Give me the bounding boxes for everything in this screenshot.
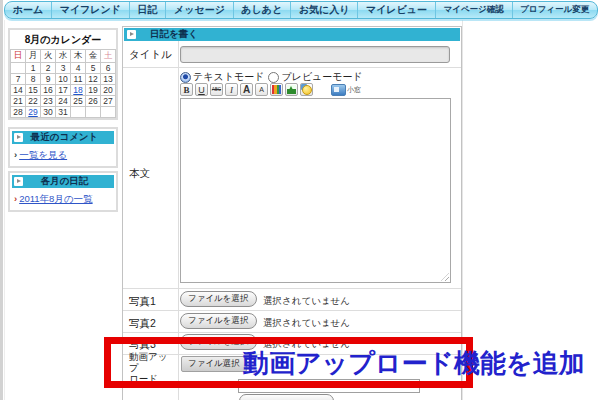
calendar-weekday: 木: [71, 50, 86, 63]
row-divider: [123, 67, 461, 68]
nav-tab-9[interactable]: プロフィール変更: [513, 2, 597, 18]
calendar-day-link[interactable]: 29: [28, 107, 37, 117]
title-label: タイトル: [129, 48, 172, 62]
small-window-button[interactable]: 小窓: [331, 84, 361, 96]
recent-comments-title: 最近のコメント: [25, 131, 114, 144]
calendar-day-cell: 30: [41, 107, 56, 118]
calendar-day-cell: 3: [56, 63, 71, 74]
diary-form-header: 日記を書く: [124, 28, 460, 41]
row-divider: [123, 332, 461, 333]
nav-tab-2[interactable]: マイフレンド: [52, 2, 130, 18]
nav-tab-8[interactable]: マイページ確認: [436, 2, 513, 18]
monthly-diary-widget: 各月の日記 ›2011年8月の一覧: [8, 171, 118, 212]
small-window-icon: [331, 84, 346, 96]
photo1-not-selected-text: 選択されていません: [263, 295, 350, 308]
window-left-edge: [0, 0, 3, 400]
preview-mode-label: プレビューモード: [281, 70, 362, 84]
diary-write-page: ホームマイフレンド日記メッセージあしあとお気に入りマイレビューマイページ確認プロ…: [0, 0, 600, 400]
body-textarea[interactable]: [180, 98, 451, 283]
photo2-label: 写真2: [129, 317, 156, 331]
calendar-day-cell: 15: [26, 85, 41, 96]
calendar-day-cell: 28: [11, 107, 26, 118]
calendar-weekday: 金: [86, 50, 101, 63]
calendar-day-cell: 20: [101, 85, 116, 96]
calendar-weekday: 火: [41, 50, 56, 63]
calendar-day-cell: 4: [71, 63, 86, 74]
calendar-day-cell: 24: [56, 96, 71, 107]
chevron-bullet-icon: ›: [14, 149, 17, 160]
calendar-day-cell: 27: [101, 96, 116, 107]
calendar-day-cell: 17: [56, 85, 71, 96]
calendar-day-cell: 23: [41, 96, 56, 107]
photo2-file-select-button[interactable]: ファイルを選択: [180, 313, 257, 329]
monthly-diary-title: 各月の日記: [25, 175, 114, 188]
calendar-widget: 8月のカレンダー 日月火水木金土123456789101112131415161…: [8, 28, 118, 120]
photo2-not-selected-text: 選択されていません: [263, 317, 350, 330]
calendar-table: 日月火水木金土123456789101112131415161718192021…: [10, 49, 116, 118]
monthly-list-link[interactable]: 2011年8月の一覧: [19, 193, 92, 204]
row-divider: [123, 288, 461, 289]
top-navigation: ホームマイフレンド日記メッセージあしあとお気に入りマイレビューマイページ確認プロ…: [4, 1, 598, 19]
calendar-day-cell: [71, 107, 86, 118]
calendar-day-cell: [86, 107, 101, 118]
calendar-day-cell: 11: [71, 74, 86, 85]
underline-icon[interactable]: U: [195, 83, 208, 96]
preview-mode-radio[interactable]: [268, 72, 279, 83]
body-label: 本文: [129, 167, 150, 181]
calendar-day-cell: 13: [101, 74, 116, 85]
recent-comments-header: 最近のコメント: [12, 131, 114, 144]
partial-bottom-button[interactable]: [239, 394, 334, 400]
diary-form-title: 日記を書く: [150, 28, 198, 41]
calendar-day-cell: 25: [71, 96, 86, 107]
calendar-day-cell: 21: [11, 96, 26, 107]
calendar-day-cell[interactable]: 29: [26, 107, 41, 118]
bold-icon[interactable]: B: [180, 83, 193, 96]
play-icon: [14, 133, 23, 142]
resize-handle[interactable]: [441, 273, 449, 281]
font-small-icon[interactable]: A: [255, 83, 268, 96]
calendar-weekday: 水: [56, 50, 71, 63]
calendar-day-cell: 31: [56, 107, 71, 118]
calendar-day-link[interactable]: 18: [73, 85, 82, 95]
calendar-day-cell: 14: [11, 85, 26, 96]
text-mode-radio[interactable]: [180, 72, 191, 83]
play-icon: [127, 30, 136, 39]
calendar-day-cell: 10: [56, 74, 71, 85]
nav-tab-1[interactable]: ホーム: [5, 2, 52, 18]
calendar-day-cell: 9: [41, 74, 56, 85]
strikethrough-icon[interactable]: ABC: [210, 83, 223, 96]
nav-tab-7[interactable]: マイレビュー: [358, 2, 436, 18]
nav-tab-5[interactable]: あしあと: [234, 2, 291, 18]
calendar-day-cell: 12: [86, 74, 101, 85]
calendar-day-cell: [11, 63, 26, 74]
color-palette-icon[interactable]: [270, 83, 283, 96]
calendar-day-cell: 16: [41, 85, 56, 96]
calendar-day-cell[interactable]: 18: [71, 85, 86, 96]
font-large-icon[interactable]: A: [240, 83, 253, 96]
calendar-day-cell: 1: [26, 63, 41, 74]
recent-comments-widget: 最近のコメント ›一覧を見る: [8, 127, 118, 168]
mode-radio-group: テキストモード プレビューモード: [180, 70, 363, 84]
calendar-weekday: 月: [26, 50, 41, 63]
insert-image-icon[interactable]: [285, 83, 298, 96]
nav-tab-6[interactable]: お気に入り: [291, 2, 358, 18]
small-window-label: 小窓: [347, 85, 361, 95]
formatting-toolbar: B U ABC I A A 小窓: [180, 83, 361, 96]
monthly-diary-link-row: ›2011年8月の一覧: [10, 190, 116, 206]
italic-icon[interactable]: I: [225, 83, 238, 96]
title-input[interactable]: [180, 46, 450, 63]
nav-tab-4[interactable]: メッセージ: [166, 2, 233, 18]
calendar-day-cell: 6: [101, 63, 116, 74]
photo1-file-select-button[interactable]: ファイルを選択: [180, 291, 257, 307]
monthly-diary-header: 各月の日記: [12, 175, 114, 188]
nav-tab-3[interactable]: 日記: [130, 2, 166, 18]
view-comments-link[interactable]: 一覧を見る: [19, 149, 67, 160]
chevron-bullet-icon: ›: [14, 193, 17, 204]
recent-comments-link-row: ›一覧を見る: [10, 146, 116, 162]
calendar-day-cell: 2: [41, 63, 56, 74]
calendar-weekday: 日: [11, 50, 26, 63]
calendar-day-cell: 8: [26, 74, 41, 85]
content-frame-left: [4, 20, 5, 400]
calendar-day-cell: 26: [86, 96, 101, 107]
emoji-icon[interactable]: [300, 83, 313, 96]
